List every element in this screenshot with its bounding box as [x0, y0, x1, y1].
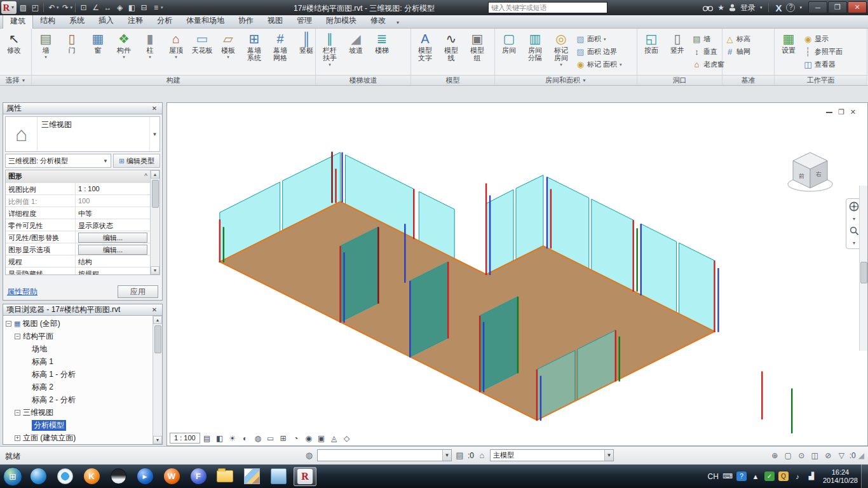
tab-体量和场地[interactable]: 体量和场地 — [179, 13, 231, 28]
dimension-icon[interactable]: ↔ — [102, 2, 114, 13]
ribbon-button[interactable]: ▢房间 — [496, 30, 522, 74]
dropdown-arrow-icon[interactable]: ▾ — [71, 5, 73, 10]
ribbon-button[interactable]: ▤墙 — [691, 33, 726, 45]
ribbon-button[interactable]: ◢坡道 — [343, 30, 369, 74]
tab-注释[interactable]: 注释 — [121, 13, 150, 28]
help-icon[interactable]: ? — [786, 3, 795, 12]
shadows-icon[interactable]: ◐ — [240, 433, 251, 444]
taskbar-kugou-button[interactable]: K — [80, 467, 103, 486]
view-scrollbar[interactable] — [859, 186, 867, 351]
application-menu-button[interactable]: R▼ — [1, 1, 17, 14]
taskbar-image-viewer-button[interactable] — [240, 467, 263, 486]
property-value[interactable]: 显示原状态 — [76, 219, 150, 231]
tab-协作[interactable]: 协作 — [231, 13, 261, 28]
tab-建筑[interactable]: 建筑 — [3, 13, 33, 29]
ribbon-button[interactable]: ◉标记 面积▾ — [574, 58, 623, 71]
exchange-apps-icon[interactable]: X — [775, 3, 782, 13]
scroll-thumb[interactable] — [860, 262, 867, 283]
ribbon-button[interactable]: ▦设置 — [776, 30, 801, 74]
properties-help-link[interactable]: 属性帮助 — [7, 287, 37, 297]
exclude-options-icon[interactable]: ⊕ — [770, 450, 780, 461]
login-dropdown-icon[interactable]: ▾ — [760, 5, 763, 10]
ribbon-button[interactable]: ↕垂直 — [691, 46, 726, 58]
ribbon-button[interactable]: ⊞幕墙 系统 — [241, 30, 267, 74]
login-button[interactable]: 登录 — [740, 3, 756, 13]
dropdown-arrow-icon[interactable]: ▼ — [22, 78, 26, 83]
type-selector[interactable]: ⌂ 三维视图 ▼ — [5, 116, 160, 152]
zoom-icon[interactable] — [850, 226, 859, 236]
dropdown-arrow-icon[interactable]: ▼ — [582, 78, 587, 83]
collapse-icon[interactable]: ^ — [144, 173, 147, 180]
model-canvas[interactable] — [167, 103, 867, 445]
ribbon-button[interactable]: ⌂老虎窗 — [691, 58, 726, 71]
apply-button[interactable]: 应用 — [118, 285, 158, 298]
tree-item[interactable]: +立面 (建筑立面) — [3, 431, 153, 444]
property-value[interactable]: 结构 — [76, 255, 150, 267]
analytical-model-icon[interactable]: ◬ — [329, 433, 340, 444]
property-value[interactable]: 编辑... — [76, 243, 150, 255]
dropdown-arrow-icon[interactable]: ▾ — [57, 5, 59, 10]
properties-palette-header[interactable]: 属性 ✕ — [3, 103, 162, 114]
ribbon-button[interactable]: ▧面积▾ — [574, 33, 623, 45]
start-button[interactable]: ⊞ — [3, 467, 22, 486]
design-option-combo[interactable]: 主模型 ▼ — [490, 449, 614, 461]
taskbar-qq-button[interactable] — [107, 467, 130, 486]
show-crop-icon[interactable]: ⊞ — [278, 433, 289, 444]
maximize-button[interactable]: ❐ — [828, 1, 847, 13]
ribbon-button[interactable]: ▮柱▾ — [137, 30, 163, 74]
scroll-up-icon[interactable]: ▲ — [151, 170, 159, 179]
temporary-hide-isolate-icon[interactable]: ◔ — [290, 433, 302, 444]
collapse-icon[interactable]: − — [15, 334, 20, 339]
close-icon[interactable]: ✕ — [150, 306, 159, 313]
ribbon-button[interactable]: ∥栏杆 扶手▾ — [317, 30, 342, 74]
ribbon-button[interactable]: ↖修改 — [1, 30, 27, 74]
ribbon-button[interactable]: #轴网 — [724, 46, 752, 58]
taskbar-revit-button[interactable]: R — [294, 467, 316, 486]
user-icon[interactable] — [729, 4, 736, 11]
network-tray-icon[interactable]: ▟ — [806, 471, 817, 482]
scroll-down-icon[interactable]: ▼ — [153, 436, 162, 444]
ribbon-button[interactable]: #幕墙 网格 — [268, 30, 293, 74]
ribbon-button[interactable]: ▯门 — [59, 30, 85, 74]
viewcube[interactable]: 前 右 — [783, 142, 839, 201]
scale-button[interactable]: 1 : 100 — [170, 433, 200, 444]
collapse-icon[interactable]: − — [6, 321, 11, 327]
expand-icon[interactable]: + — [15, 435, 20, 441]
scrollbar[interactable]: ▲ ▼ — [150, 170, 159, 274]
ribbon-button[interactable]: ◱按面 — [639, 30, 664, 74]
show-desktop-button[interactable] — [861, 464, 868, 488]
tab-结构[interactable]: 结构 — [33, 13, 62, 28]
close-button[interactable]: ✕ — [848, 1, 867, 13]
qat-customize-icon[interactable]: ▾ — [161, 5, 163, 10]
help-dropdown-icon[interactable]: ▾ — [799, 5, 802, 10]
ribbon-button[interactable]: ▯竖井 — [665, 30, 690, 74]
search-input[interactable] — [489, 4, 607, 11]
wall-panel[interactable] — [516, 175, 543, 260]
view-restore-icon[interactable]: ❐ — [838, 109, 844, 116]
view-close-icon[interactable]: ✕ — [850, 109, 856, 116]
close-icon[interactable]: ✕ — [150, 105, 159, 112]
editing-requests-icon[interactable]: ▤ — [454, 450, 465, 461]
steering-wheel-icon[interactable] — [849, 201, 859, 212]
press-drag-icon[interactable]: ▢ — [783, 450, 794, 461]
wheel-dropdown-icon[interactable]: ▾ — [853, 216, 855, 222]
worksets-icon[interactable]: ◍ — [304, 450, 315, 461]
taskbar-safe360-button[interactable] — [53, 467, 76, 486]
ribbon-button[interactable]: ≣楼梯 — [369, 30, 395, 74]
chevron-down-icon[interactable]: ▼ — [149, 117, 159, 151]
view-instance-combo[interactable]: 三维视图: 分析模型 ▼ — [5, 154, 111, 168]
tab-管理[interactable]: 管理 — [290, 13, 319, 28]
select-underlay-icon[interactable]: ◫ — [810, 450, 820, 461]
tree-item[interactable]: 标高 1 - 分析 — [3, 368, 153, 381]
ribbon-button[interactable]: ┆参照平面 — [802, 46, 844, 58]
open-icon[interactable]: ▨ — [17, 2, 29, 13]
taskbar-folder-button[interactable] — [214, 467, 236, 486]
drawing-area[interactable]: ❐ ✕ 前 右 ▾ — [166, 102, 868, 446]
tree-item[interactable]: −▦视图 (全部) — [3, 317, 153, 330]
collapse-icon[interactable]: − — [15, 410, 20, 416]
security-tray-icon[interactable]: ✓ — [764, 471, 775, 481]
ribbon-button[interactable]: ▭天花板 — [189, 30, 215, 74]
taskbar-wps-button[interactable]: W — [160, 467, 183, 486]
crop-view-icon[interactable]: ▭ — [265, 433, 276, 444]
tab-插入[interactable]: 插入 — [92, 13, 121, 28]
